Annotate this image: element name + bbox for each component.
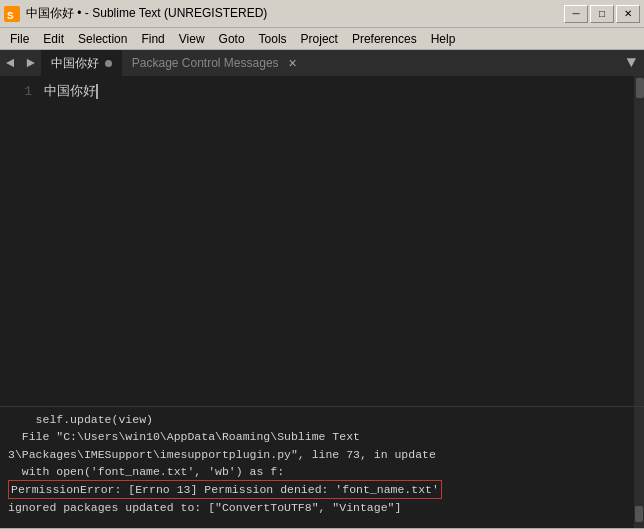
menu-find[interactable]: Find xyxy=(135,30,170,48)
menu-help[interactable]: Help xyxy=(425,30,462,48)
tab-close-button[interactable]: × xyxy=(289,55,297,71)
tab-modified-dot xyxy=(105,60,112,67)
tab-nav-right[interactable]: ► xyxy=(20,50,40,76)
titlebar-controls: ─ □ ✕ xyxy=(564,5,640,23)
tab-package-control[interactable]: Package Control Messages × xyxy=(122,50,307,76)
menu-selection[interactable]: Selection xyxy=(72,30,133,48)
menu-tools[interactable]: Tools xyxy=(253,30,293,48)
menu-project[interactable]: Project xyxy=(295,30,344,48)
tab-main[interactable]: 中国你好 xyxy=(41,50,122,76)
line-number-1: 1 xyxy=(0,82,32,103)
console-scrollbar-thumb xyxy=(635,506,643,522)
console-scrollbar[interactable] xyxy=(634,407,644,528)
console-error-line: PermissionError: [Errno 13] Permission d… xyxy=(8,480,442,499)
line-text: 中国你好 xyxy=(44,84,96,99)
tab-package-label: Package Control Messages xyxy=(132,56,279,70)
editor-scrollbar-thumb xyxy=(636,78,644,98)
cursor xyxy=(96,84,98,99)
close-button[interactable]: ✕ xyxy=(616,5,640,23)
window-title: 中国你好 • - Sublime Text (UNREGISTERED) xyxy=(26,5,267,22)
svg-text:S: S xyxy=(7,10,14,22)
menubar: File Edit Selection Find View Goto Tools… xyxy=(0,28,644,50)
app-icon: S xyxy=(4,6,20,22)
tab-main-label: 中国你好 xyxy=(51,55,99,72)
editor-area: 1 中国你好 xyxy=(0,76,644,406)
menu-preferences[interactable]: Preferences xyxy=(346,30,423,48)
line-numbers: 1 xyxy=(0,76,40,406)
console-line-6: ignored packages updated to: ["ConvertTo… xyxy=(8,501,401,514)
menu-goto[interactable]: Goto xyxy=(213,30,251,48)
menu-edit[interactable]: Edit xyxy=(37,30,70,48)
tab-nav-left[interactable]: ◄ xyxy=(0,50,20,76)
editor-content[interactable]: 中国你好 xyxy=(40,76,634,406)
menu-file[interactable]: File xyxy=(4,30,35,48)
titlebar: S 中国你好 • - Sublime Text (UNREGISTERED) ─… xyxy=(0,0,644,28)
tabbar: ◄ ► 中国你好 Package Control Messages × ▼ xyxy=(0,50,644,76)
editor-line-1: 中国你好 xyxy=(44,82,630,103)
editor-scrollbar[interactable] xyxy=(634,76,644,406)
console-content: self.update(view) File "C:\Users\win10\A… xyxy=(0,407,644,521)
maximize-button[interactable]: □ xyxy=(590,5,614,23)
console-area: self.update(view) File "C:\Users\win10\A… xyxy=(0,406,644,528)
minimize-button[interactable]: ─ xyxy=(564,5,588,23)
titlebar-left: S 中国你好 • - Sublime Text (UNREGISTERED) xyxy=(4,5,267,22)
menu-view[interactable]: View xyxy=(173,30,211,48)
tab-dropdown[interactable]: ▼ xyxy=(618,50,644,76)
console-line-1: self.update(view) File "C:\Users\win10\A… xyxy=(8,413,436,478)
